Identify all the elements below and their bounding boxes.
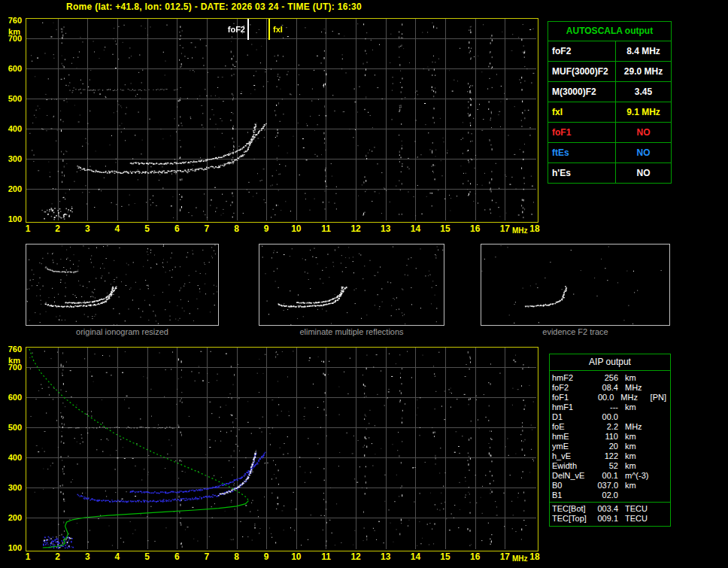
y-tick-label: 600 — [0, 64, 22, 73]
aip-value: --- — [593, 402, 618, 412]
aip-label: B1 — [552, 491, 593, 500]
y-tick-label: 600 — [0, 393, 22, 402]
x-tick-label: 1 — [19, 223, 37, 234]
x-tick-label: 12 — [347, 551, 365, 562]
y-tick-label: 100 — [0, 214, 22, 223]
foF2-marker-label: foF2 — [221, 25, 245, 34]
aip-note — [657, 514, 668, 524]
autoscala-row: foF1NO — [548, 123, 671, 143]
thumbnail-caption: original ionogram resized — [26, 327, 219, 336]
aip-unit — [618, 491, 657, 500]
aip-row: TEC[Bot]003.4TECU — [550, 504, 670, 514]
aip-label: h_vE — [552, 451, 593, 461]
ionogram-plot — [26, 18, 538, 223]
x-tick-label: 15 — [436, 551, 454, 562]
aip-row: D100.0 — [550, 412, 670, 422]
aip-note — [657, 451, 668, 461]
autoscala-row: MUF(3000)F229.0 MHz — [548, 62, 671, 82]
aip-unit: MHz — [614, 393, 650, 402]
thumbnail-f2-trace-evidence — [481, 244, 670, 326]
x-tick-label: 16 — [466, 551, 484, 562]
aip-row: DelN_vE00.1m^(-3) — [550, 471, 670, 481]
x-tick-label: 6 — [168, 223, 186, 234]
aip-unit: TECU — [618, 514, 657, 524]
x-tick-label: 8 — [228, 551, 246, 562]
aip-row: B102.0 — [550, 491, 670, 500]
aip-row: hmF1---km — [550, 402, 670, 412]
aip-label: hmE — [552, 432, 593, 442]
thumbnail-multiple-reflections-removed — [259, 244, 444, 326]
aip-note — [657, 504, 668, 514]
autoscala-row: h'EsNO — [548, 163, 671, 183]
aip-row: Ewidth52km — [550, 461, 670, 471]
aip-note — [657, 471, 668, 481]
aip-note — [657, 461, 668, 471]
thumbnail-caption: evidence F2 trace — [481, 327, 670, 336]
aip-note — [657, 442, 668, 451]
aip-label: foE — [552, 422, 593, 432]
station-date-time-title: Rome (lat: +41.8, lon: 012.5) - DATE: 20… — [66, 2, 362, 12]
aip-table-body: hmF2256kmfoF208.4MHzfoF100.0MHz[PN]hmF1-… — [550, 373, 670, 500]
x-tick-label: 5 — [138, 551, 156, 562]
aip-label: ymE — [552, 442, 593, 451]
aip-row: foF100.0MHz[PN] — [550, 393, 670, 402]
x-tick-label: 2 — [49, 551, 67, 562]
aip-label: foF2 — [552, 383, 593, 393]
aip-value: 08.4 — [593, 383, 618, 393]
aip-label: TEC[Top] — [552, 514, 593, 524]
parameter-label: foF1 — [548, 123, 616, 142]
x-tick-label: 11 — [317, 223, 335, 234]
aip-value: 52 — [593, 461, 618, 471]
fxI-marker-label: fxI — [273, 25, 283, 34]
aip-value: 110 — [593, 432, 618, 442]
parameter-value: NO — [616, 143, 671, 163]
aip-label: B0 — [552, 481, 593, 491]
aip-label: Ewidth — [552, 461, 593, 471]
aip-row: h_vE122km — [550, 451, 670, 461]
aip-row: hmE110km — [550, 432, 670, 442]
x-tick-label: 8 — [228, 223, 246, 234]
aip-row: hmF2256km — [550, 373, 670, 383]
aip-value: 2.2 — [593, 422, 618, 432]
autoscala-row: foF28.4 MHz — [548, 41, 671, 62]
x-tick-label: 3 — [78, 551, 96, 562]
y-tick-label: 500 — [0, 423, 22, 432]
aip-row: B0037.0km — [550, 481, 670, 491]
x-tick-label: 14 — [406, 551, 424, 562]
x-tick-label: 1 — [19, 551, 37, 562]
parameter-label: h'Es — [548, 163, 616, 183]
y-tick-label: 400 — [0, 124, 22, 133]
parameter-label: foF2 — [548, 41, 616, 61]
aip-row: foE2.2MHz — [550, 422, 670, 432]
ionogram-canvas — [26, 19, 536, 220]
y-tick-label: 200 — [0, 513, 22, 522]
aip-label: DelN_vE — [552, 471, 593, 481]
thumbnail-caption: eliminate multiple reflections — [259, 327, 444, 336]
ionogram-x-axis: 123456789101112131415161718MHz — [0, 223, 728, 237]
y-tick-label: 500 — [0, 94, 22, 103]
x-tick-label: 7 — [198, 551, 216, 562]
aip-note — [657, 432, 668, 442]
aip-label: foF1 — [552, 393, 590, 402]
y-tick-label: 300 — [0, 154, 22, 163]
aip-unit: km — [618, 373, 657, 383]
aip-label: TEC[Bot] — [552, 504, 593, 514]
aip-value: 00.0 — [590, 393, 614, 402]
aip-row: foF208.4MHz — [550, 383, 670, 393]
thumbnail-canvas — [259, 245, 444, 325]
parameter-value: NO — [616, 123, 671, 142]
aip-note: [PN] — [651, 393, 668, 402]
aip-output-table: AIP output hmF2256kmfoF208.4MHzfoF100.0M… — [549, 354, 671, 527]
aip-unit: MHz — [618, 422, 657, 432]
aip-value: 00.0 — [593, 412, 618, 422]
thumbnail-original-ionogram — [26, 244, 219, 326]
x-tick-label: 9 — [257, 551, 275, 562]
aip-value: 256 — [593, 373, 618, 383]
x-tick-label: 3 — [78, 223, 96, 234]
x-tick-label: 13 — [377, 223, 395, 234]
aip-note — [657, 383, 668, 393]
aip-note — [657, 491, 668, 500]
aip-unit: km — [618, 402, 657, 412]
aip-note — [657, 422, 668, 432]
x-tick-label: 9 — [257, 223, 275, 234]
